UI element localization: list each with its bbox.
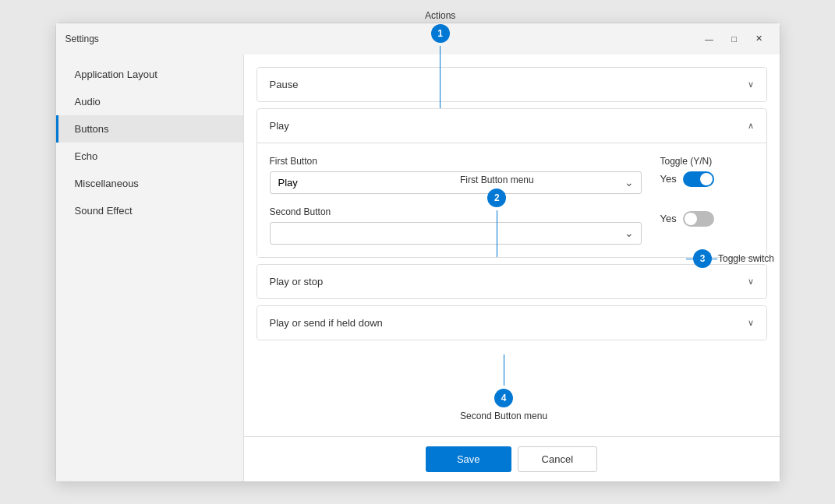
second-button-toggle-switch[interactable] (683, 211, 714, 227)
sidebar-item-miscellaneous[interactable]: Miscellaneous (56, 170, 243, 197)
close-button[interactable]: ✕ (748, 30, 770, 48)
accordion-play-body: First Button Play Pause Stop (257, 143, 766, 257)
second-button-label: Second Button (270, 206, 642, 217)
accordion-pause-header[interactable]: Pause ∨ (257, 68, 766, 101)
second-button-toggle-yes: Yes (660, 213, 677, 224)
sidebar: Application Layout Audio Buttons Echo Mi… (56, 55, 243, 481)
sidebar-item-echo[interactable]: Echo (56, 143, 243, 170)
second-button-group: Second Button Play Pause Stop (270, 206, 642, 245)
first-button-label: First Button (270, 156, 642, 167)
first-button-toggle-switch[interactable] (683, 171, 714, 187)
maximize-button[interactable]: □ (724, 30, 745, 48)
first-button-toggle-group: Toggle (Y/N) Yes (660, 156, 754, 187)
second-button-toggle-thumb (685, 213, 697, 225)
first-button-row: First Button Play Pause Stop (270, 156, 754, 194)
accordion-play-or-stop-chevron: ∨ (748, 277, 754, 287)
accordion-play: Play ∧ First Button Play (257, 108, 767, 258)
window-controls: — □ ✕ (699, 30, 770, 48)
annotation-1-label: Actions (425, 10, 455, 21)
second-button-select[interactable]: Play Pause Stop (270, 222, 642, 245)
sidebar-item-sound-effect[interactable]: Sound Effect (56, 197, 243, 224)
first-button-toggle-row: Yes (660, 171, 714, 187)
accordion-pause: Pause ∨ (257, 67, 767, 102)
main-panel: Pause ∨ Play ∧ (243, 55, 780, 481)
accordion-play-or-stop-header[interactable]: Play or stop ∨ (257, 265, 766, 298)
first-button-toggle-thumb (700, 173, 713, 185)
accordion-pause-title: Pause (270, 79, 299, 90)
accordion-play-or-stop: Play or stop ∨ (257, 264, 767, 299)
first-button-toggle-label: Toggle (Y/N) (660, 156, 713, 167)
first-button-select-wrapper: Play Pause Stop (270, 171, 642, 194)
main-content: Pause ∨ Play ∧ (244, 55, 780, 436)
window-title: Settings (65, 33, 99, 44)
second-button-toggle-row: Yes (660, 211, 714, 227)
sidebar-item-application-layout[interactable]: Application Layout (56, 61, 243, 88)
save-button[interactable]: Save (426, 446, 511, 472)
first-button-group: First Button Play Pause Stop (270, 156, 642, 194)
accordion-play-header[interactable]: Play ∧ (257, 109, 766, 143)
accordion-play-title: Play (270, 120, 289, 132)
settings-window: Settings — □ ✕ Application Layout Audio … (55, 23, 780, 482)
sidebar-item-audio[interactable]: Audio (56, 88, 243, 115)
accordion-play-or-send-title: Play or send if held down (270, 317, 383, 329)
accordion-play-or-stop-title: Play or stop (270, 276, 324, 287)
sidebar-item-buttons[interactable]: Buttons (56, 115, 243, 143)
accordion-play-or-send-chevron: ∨ (748, 318, 754, 328)
second-button-toggle-group: Yes (660, 206, 754, 227)
second-button-row: Second Button Play Pause Stop (270, 206, 754, 245)
second-button-section: Second Button Play Pause Stop (270, 206, 754, 245)
first-button-toggle-yes: Yes (660, 173, 677, 185)
footer: Save Cancel (244, 436, 780, 481)
cancel-button[interactable]: Cancel (518, 446, 597, 472)
accordion-play-chevron: ∧ (748, 121, 754, 131)
first-button-select[interactable]: Play Pause Stop (270, 171, 642, 194)
minimize-button[interactable]: — (699, 30, 720, 48)
accordion-play-or-send: Play or send if held down ∨ (257, 305, 767, 340)
title-bar: Settings — □ ✕ (56, 23, 780, 55)
accordion-pause-chevron: ∨ (748, 79, 754, 90)
content-area: Application Layout Audio Buttons Echo Mi… (56, 55, 780, 481)
accordion-play-or-send-header[interactable]: Play or send if held down ∨ (257, 306, 766, 340)
second-button-select-wrapper: Play Pause Stop (270, 222, 642, 245)
